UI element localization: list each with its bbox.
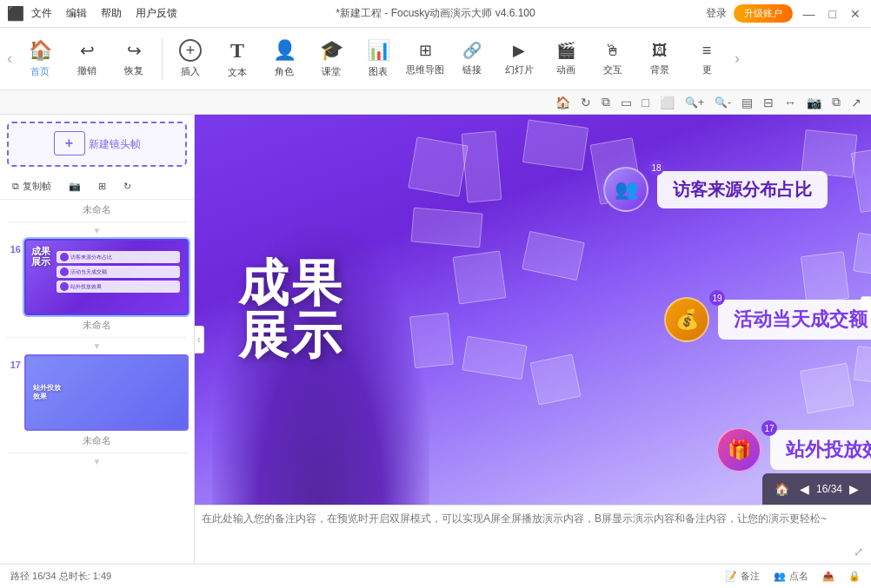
toolbar-more[interactable]: ≡ 更 (684, 32, 729, 86)
sec-layout-icon[interactable]: ▤ (739, 94, 755, 111)
sec-zoom-in-icon[interactable]: 🔍+ (682, 95, 707, 110)
scroll-indicator-bottom: ▼ (0, 455, 194, 468)
sec-refresh-icon[interactable]: ↻ (578, 94, 594, 111)
menu-edit[interactable]: 编辑 (66, 6, 87, 21)
note-icon: 📝 (725, 571, 737, 582)
note-label: 备注 (741, 570, 760, 583)
upgrade-button[interactable]: 升级账户 (734, 4, 793, 23)
info-card-1[interactable]: 👥 18 访客来源分布占比 (603, 167, 828, 212)
left-panel: + 新建镜头帧 ⧉ 复制帧 📷 ⊞ ↻ 未命名 ▼ (0, 115, 195, 564)
slide-item-16[interactable]: 16 成果展示 访客来源分布占比 (0, 237, 194, 317)
frame-transform-button[interactable]: ↻ (118, 178, 136, 195)
toolbar-redo-label: 恢复 (124, 64, 143, 77)
lock-button[interactable]: 🔒 (848, 571, 861, 582)
more-icon: ≡ (702, 42, 712, 60)
minimize-button[interactable]: — (800, 7, 819, 21)
deco-block-16 (800, 363, 854, 414)
sec-align-icon[interactable]: ⊟ (761, 94, 776, 111)
toolbar-chart[interactable]: 📊 图表 (356, 32, 401, 86)
sec-expand-icon[interactable]: ↗ (848, 94, 864, 111)
sec-copy1-icon[interactable]: ⧉ (599, 93, 613, 111)
info-card-2-icon: 💰 (664, 297, 709, 342)
share-button[interactable]: 📤 (822, 571, 834, 582)
toolbar-slide[interactable]: ▶ 幻灯片 (496, 32, 542, 86)
toolbar-slide-label: 幻灯片 (505, 63, 534, 76)
redo-icon: ↪ (127, 40, 142, 61)
deco-block-14 (801, 251, 849, 304)
toolbar-interact[interactable]: 🖱 交互 (590, 32, 635, 86)
main-title-line1: 成果 (238, 257, 344, 310)
home-play-icon[interactable]: 🏠 (771, 480, 793, 498)
frame-transform-icon: ↻ (123, 181, 131, 192)
menu-help[interactable]: 帮助 (101, 6, 122, 21)
info-card-3[interactable]: 🎁 17 站外投放效果 (716, 427, 871, 472)
sec-resize-icon[interactable]: ↔ (781, 94, 799, 111)
name-button[interactable]: 👥 点名 (774, 570, 808, 583)
sec-copy2-icon[interactable]: ⧉ (829, 93, 843, 111)
sec-zoom-out-icon[interactable]: 🔍- (712, 95, 734, 110)
deco-block-3 (522, 119, 588, 170)
notes-input[interactable] (202, 511, 864, 558)
sec-rect1-icon[interactable]: ▭ (618, 94, 635, 111)
login-button[interactable]: 登录 (706, 6, 727, 21)
menu-file[interactable]: 文件 (31, 6, 52, 21)
window-title: *新建工程 - Focusky动画演示大师 v4.6.100 (336, 6, 535, 21)
toolbar-role[interactable]: 👤 角色 (262, 32, 307, 86)
deco-block-6 (452, 250, 506, 304)
frame-camera-button[interactable]: 📷 (63, 178, 86, 195)
toolbar-redo[interactable]: ↪ 恢复 (111, 32, 156, 86)
close-button[interactable]: ✕ (847, 7, 864, 21)
toolbar-link-label: 链接 (462, 63, 482, 76)
scroll-indicator-mid: ▼ (0, 340, 194, 353)
toolbar-bg[interactable]: 🖼 背景 (637, 32, 682, 86)
toolbar-mindmap[interactable]: ⊞ 思维导图 (402, 32, 448, 86)
toolbar-text[interactable]: T 文本 (215, 32, 260, 86)
toolbar-undo[interactable]: ↩ 撤销 (64, 32, 110, 86)
deco-block-8 (409, 313, 454, 368)
title-bar: ⬛ 文件 编辑 帮助 用户反馈 *新建工程 - Focusky动画演示大师 v4… (0, 0, 871, 28)
toolbar-back-arrow[interactable]: ‹ (3, 46, 16, 71)
toolbar-link[interactable]: 🔗 链接 (449, 32, 495, 86)
maximize-button[interactable]: □ (826, 7, 840, 21)
toolbar-class-label: 课堂 (322, 65, 341, 78)
main-title: 成果 展示 (238, 257, 344, 363)
sec-rect3-icon[interactable]: ⬜ (657, 94, 677, 111)
canvas[interactable]: 成果 展示 👥 18 访客来源分布占比 💰 19 活动当天成交额 (195, 115, 871, 505)
deco-block-10 (529, 353, 581, 405)
toolbar-animation[interactable]: 🎬 动画 (543, 32, 588, 86)
left-panel-collapse[interactable]: ‹ (195, 326, 204, 353)
info-card-1-icon: 👥 (603, 167, 648, 212)
toolbar-insert[interactable]: + 插入 (168, 32, 213, 86)
toolbar-class[interactable]: 🎓 课堂 (309, 32, 354, 86)
info-card-2[interactable]: 💰 19 活动当天成交额 (664, 297, 871, 342)
menu-feedback[interactable]: 用户反馈 (136, 6, 177, 21)
page-indicator: 16/34 (816, 483, 842, 495)
copy-frame-label: 复制帧 (23, 180, 51, 193)
sec-camera-icon[interactable]: 📷 (804, 94, 824, 111)
next-slide-button[interactable]: ▶ (846, 480, 862, 498)
statusbar-right: 📝 备注 👥 点名 📤 🔒 (725, 570, 861, 583)
info-card-1-num: 18 (648, 160, 664, 175)
toolbar-home[interactable]: 🏠 首页 (17, 32, 63, 86)
info-card-2-num: 19 (709, 290, 725, 306)
slide-thumbnail-16[interactable]: 成果展示 访客来源分布占比 活动当天成交额 (24, 239, 189, 315)
insert-icon: + (179, 39, 202, 62)
prev-slide-button[interactable]: ◀ (796, 480, 813, 498)
home-icon: 🏠 (29, 39, 52, 62)
frame-layout-button[interactable]: ⊞ (93, 178, 111, 195)
notes-expand-icon[interactable]: ⤢ (854, 545, 864, 558)
chart-icon: 📊 (367, 39, 390, 62)
new-frame-button[interactable]: + 新建镜头帧 (7, 122, 187, 167)
mindmap-icon: ⊞ (419, 41, 432, 60)
slide-item-17[interactable]: 17 站外投放效果 (0, 353, 194, 433)
toolbar-forward-arrow[interactable]: › (731, 46, 743, 71)
sec-rect2-icon[interactable]: □ (640, 94, 652, 111)
toolbar-interact-label: 交互 (603, 63, 622, 76)
toolbar-separator-1 (162, 38, 163, 80)
toolbar-insert-label: 插入 (181, 65, 200, 78)
sec-home-icon[interactable]: 🏠 (553, 94, 573, 111)
copy-frame-button[interactable]: ⧉ 复制帧 (7, 177, 57, 195)
note-button[interactable]: 📝 备注 (725, 570, 760, 583)
main-area: + 新建镜头帧 ⧉ 复制帧 📷 ⊞ ↻ 未命名 ▼ (0, 115, 871, 564)
slide-thumbnail-17[interactable]: 站外投放效果 (24, 354, 189, 431)
